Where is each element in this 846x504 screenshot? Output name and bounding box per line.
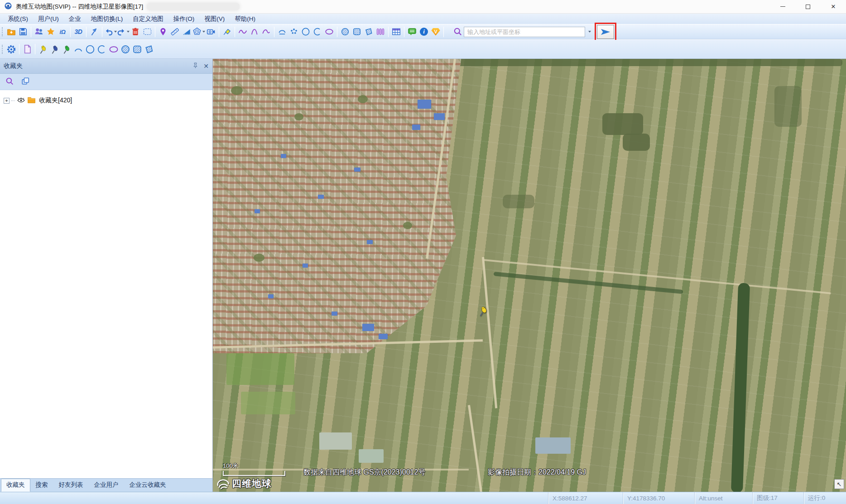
goto-flag-button[interactable] [88,26,100,38]
draw-open-arc-button[interactable] [96,43,108,55]
tab-favorites[interactable]: 收藏夹 [1,479,30,492]
marquee-select-button[interactable] [141,26,153,38]
signpost-button[interactable] [221,26,233,38]
send-button[interactable] [597,25,614,39]
toolbar-grip[interactable] [2,27,3,36]
placemark-button[interactable] [157,26,169,38]
toolbar-separator [443,27,444,37]
scale-bar [223,471,285,476]
address-search [452,23,616,41]
draw-circle-button[interactable] [84,43,96,55]
menu-user[interactable]: 用户(U) [33,14,64,24]
minimize-button[interactable] [770,0,795,13]
dock-pin-button[interactable] [192,62,199,70]
menu-enterprise[interactable]: 企业 [64,14,86,24]
search-history-dropdown[interactable] [585,27,593,37]
menu-view[interactable]: 视图(V) [199,14,230,24]
delete-button[interactable] [130,26,141,38]
pushpin-yellow-button[interactable] [37,43,49,55]
3d-view-button[interactable]: 3D [72,26,84,38]
maximize-button[interactable] [795,0,821,13]
region-rect-button[interactable] [351,26,363,38]
hatched-polygon-icon [364,27,373,36]
fill-rect-button[interactable] [131,43,143,55]
bars-icon [376,27,385,36]
map-viewport[interactable]: 100米 四维地球 数据来自四维地球 GS京(2023)0012号 影像拍摄日期… [213,59,846,492]
info-button[interactable]: i [418,26,430,38]
favorites-button[interactable] [45,26,57,38]
tab-friends-list[interactable]: 好友列表 [53,479,89,492]
menu-help[interactable]: 帮助(H) [230,14,260,24]
polyline-button[interactable] [237,26,249,38]
pushpin-green-button[interactable] [61,43,72,55]
menu-custom-map[interactable]: 自定义地图 [128,14,168,24]
3d-view-icon: 3D [75,28,82,35]
document-button[interactable] [21,43,33,55]
status-level: 图级:17 [752,492,803,504]
arch-line-button[interactable] [249,26,260,38]
region-polygon-button[interactable] [363,26,375,38]
eye-icon[interactable] [17,96,25,106]
map-placemark-pin[interactable] [477,305,489,318]
circle-button[interactable] [300,26,312,38]
draw-ellipse-button[interactable] [108,43,120,55]
panel-tabs: 收藏夹 搜索 好友列表 企业用户 企业云收藏夹 [0,478,212,492]
menu-system[interactable]: 系统(S) [3,14,33,24]
woods-patch [774,86,802,127]
locate-friend-button[interactable]: iΩ [57,26,68,38]
toolbar-separator [19,44,19,54]
pushpin-yellow-icon [38,44,48,54]
panel-close-button[interactable]: ✕ [203,63,209,69]
svip-button[interactable]: V [430,26,442,38]
favorites-search-button[interactable] [5,77,14,87]
pushpin-blue-button[interactable] [49,43,61,55]
tree-root-row[interactable]: + 收藏夹[420] [4,96,209,106]
menu-map-switch[interactable]: 地图切换(L) [86,14,128,24]
expand-toggle[interactable]: + [4,98,10,104]
settings-button[interactable] [5,43,17,55]
corner-arrow-button[interactable]: ↖ [834,479,844,489]
tab-enterprise-cloud[interactable]: 企业云收藏夹 [124,479,172,492]
toolbar-separator [70,27,71,37]
arc-chord-button[interactable] [276,26,288,38]
redo-button[interactable] [117,26,130,38]
toolbar-separator [235,27,235,37]
close-button[interactable]: ✕ [821,0,846,13]
village-tree [231,86,243,95]
region-circle-button[interactable] [339,26,351,38]
points-button[interactable] [288,26,300,38]
draw-arc-button[interactable] [72,43,84,55]
greenhouse-patch [359,449,384,463]
friends-button[interactable] [33,26,45,38]
message-button[interactable] [406,26,418,38]
greenhouse-patch [319,432,352,450]
fill-circle-button[interactable] [120,43,131,55]
measure-area-button[interactable] [181,26,192,38]
menu-operate[interactable]: 操作(O) [168,14,200,24]
camera-button[interactable] [205,26,217,38]
table-button[interactable] [390,26,402,38]
save-button[interactable] [17,26,29,38]
fill-polygon-button[interactable] [143,43,155,55]
ellipse-button[interactable] [323,26,335,38]
favorites-copy-button[interactable] [21,77,30,87]
menu-bar: 系统(S) 用户(U) 企业 地图切换(L) 自定义地图 操作(O) 视图(V)… [0,14,846,24]
undo-button[interactable] [104,26,117,38]
tree-root-label[interactable]: 收藏夹[420] [39,96,72,105]
search-input[interactable] [464,27,585,37]
tab-enterprise-users[interactable]: 企业用户 [89,479,124,492]
arc-button[interactable] [312,26,323,38]
toolbar-grip[interactable] [2,45,3,54]
arc-icon [73,44,83,54]
tab-search[interactable]: 搜索 [30,479,53,492]
bars-button[interactable] [375,26,386,38]
signpost-icon [222,27,231,36]
toolbar-separator [219,27,219,37]
search-button[interactable] [452,26,464,38]
panel-title: 收藏夹 [4,62,23,70]
swirl-logo-icon [216,478,230,490]
measure-ruler-button[interactable] [169,26,181,38]
curve-button[interactable] [260,26,272,38]
import-button[interactable] [5,26,17,38]
track-button[interactable] [192,26,205,38]
